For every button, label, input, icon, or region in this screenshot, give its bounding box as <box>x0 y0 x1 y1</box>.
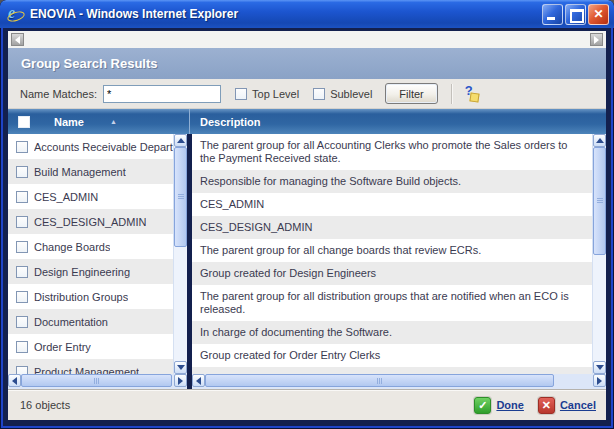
dialog-content: Group Search Results Name Matches: Top L… <box>8 31 606 420</box>
done-link[interactable]: Done <box>496 399 524 411</box>
row-checkbox[interactable] <box>16 291 28 303</box>
group-description[interactable]: Group created for Product Managers <box>192 367 592 374</box>
group-name: Product Management <box>34 366 139 375</box>
row-checkbox[interactable] <box>16 366 28 375</box>
object-count: 16 objects <box>20 399 460 411</box>
sublevel-checkbox[interactable] <box>313 88 325 100</box>
scrollbar-track[interactable] <box>21 374 174 387</box>
scrollbar-track[interactable] <box>205 374 593 387</box>
description-list: The parent group for all Accounting Cler… <box>192 134 592 374</box>
group-description[interactable]: Group created for Order Entry Clerks <box>192 344 592 367</box>
row-checkbox[interactable] <box>16 166 28 178</box>
name-column-label: Name <box>54 116 84 128</box>
row-checkbox[interactable] <box>16 316 28 328</box>
name-list-vertical-scrollbar[interactable] <box>173 134 187 374</box>
row-checkbox[interactable] <box>16 191 28 203</box>
top-level-option[interactable]: Top Level <box>235 88 299 100</box>
group-name: CES_ADMIN <box>34 191 98 203</box>
group-name: Documentation <box>34 316 108 328</box>
description-vertical-scrollbar[interactable] <box>592 134 606 374</box>
group-description[interactable]: Group created for Design Engineers <box>192 262 592 285</box>
scrollbar-track[interactable] <box>593 147 606 361</box>
maximize-button[interactable] <box>565 4 586 25</box>
group-description[interactable]: CES_DESIGN_ADMIN <box>192 216 592 239</box>
name-horizontal-scrollbar[interactable] <box>8 374 187 389</box>
status-bar: 16 objects ✓ Done ✕ Cancel <box>8 389 606 420</box>
minimize-button[interactable] <box>542 4 563 25</box>
row-checkbox[interactable] <box>16 341 28 353</box>
top-level-label: Top Level <box>252 88 299 100</box>
scroll-left-icon[interactable] <box>192 374 205 387</box>
scroll-right-icon[interactable] <box>174 374 187 387</box>
table-row[interactable]: Change Boards <box>8 234 173 259</box>
name-matches-input[interactable] <box>103 85 221 103</box>
title-bar[interactable]: e ENOVIA - Windows Internet Explorer <box>0 0 614 28</box>
close-button[interactable] <box>588 4 609 25</box>
horizontal-scroll-row <box>8 374 606 389</box>
table-row[interactable]: Documentation <box>8 309 173 334</box>
scrollbar-thumb[interactable] <box>205 374 554 387</box>
group-name: Order Entry <box>34 341 91 353</box>
done-action[interactable]: ✓ Done <box>474 397 524 414</box>
top-level-checkbox[interactable] <box>235 88 247 100</box>
name-list: Accounts Receivable DepartBuild Manageme… <box>8 134 173 374</box>
filter-button[interactable]: Filter <box>385 83 437 104</box>
row-checkbox[interactable] <box>16 266 28 278</box>
scroll-left-icon[interactable] <box>11 33 24 46</box>
top-scroll-strip[interactable] <box>8 31 606 48</box>
table-row[interactable]: CES_DESIGN_ADMIN <box>8 209 173 234</box>
page-header: Group Search Results <box>8 48 606 79</box>
group-description[interactable]: In charge of documenting the Software. <box>192 321 592 344</box>
scroll-down-icon[interactable] <box>593 361 606 374</box>
table-row[interactable]: Product Management <box>8 359 173 374</box>
scrollbar-track[interactable] <box>174 147 187 361</box>
group-description[interactable]: CES_ADMIN <box>192 193 592 216</box>
row-checkbox[interactable] <box>16 216 28 228</box>
filter-bar: Name Matches: Top Level Sublevel Filter … <box>8 79 606 109</box>
scroll-right-icon[interactable] <box>593 374 606 387</box>
group-description[interactable]: Responsible for managing the Software Bu… <box>192 170 592 193</box>
group-description[interactable]: The parent group for all distribution gr… <box>192 285 592 321</box>
group-name: Change Boards <box>34 241 110 253</box>
group-name: Accounts Receivable Depart <box>34 141 173 153</box>
scroll-left-icon[interactable] <box>8 374 21 387</box>
description-horizontal-scrollbar[interactable] <box>192 374 606 389</box>
description-column-header[interactable]: Description <box>192 109 606 134</box>
scroll-up-icon[interactable] <box>174 134 187 147</box>
table-row[interactable]: Accounts Receivable Depart <box>8 134 173 159</box>
name-column-header[interactable]: Name ▲ <box>8 109 187 134</box>
group-description[interactable]: The parent group for all change boards t… <box>192 239 592 262</box>
table-row[interactable]: Order Entry <box>8 334 173 359</box>
done-check-icon[interactable]: ✓ <box>474 397 491 414</box>
cancel-link[interactable]: Cancel <box>560 399 596 411</box>
select-all-checkbox[interactable] <box>18 116 30 128</box>
group-name: Distribution Groups <box>34 291 128 303</box>
row-checkbox[interactable] <box>16 141 28 153</box>
scrollbar-thumb[interactable] <box>21 374 172 387</box>
page-title: Group Search Results <box>21 56 158 71</box>
scroll-down-icon[interactable] <box>174 361 187 374</box>
scroll-right-icon[interactable] <box>590 33 603 46</box>
sort-ascending-icon[interactable]: ▲ <box>110 118 117 125</box>
browser-popup-window: e ENOVIA - Windows Internet Explorer Gro… <box>0 0 614 429</box>
cancel-x-icon[interactable]: ✕ <box>538 397 555 414</box>
help-icon[interactable]: ? <box>462 85 479 102</box>
scrollbar-thumb[interactable] <box>593 147 606 255</box>
results-body: Accounts Receivable DepartBuild Manageme… <box>8 134 606 374</box>
window-inner-frame: Group Search Results Name Matches: Top L… <box>3 28 611 426</box>
table-row[interactable]: Build Management <box>8 159 173 184</box>
cancel-action[interactable]: ✕ Cancel <box>538 397 596 414</box>
group-name: Design Engineering <box>34 266 130 278</box>
table-row[interactable]: Distribution Groups <box>8 284 173 309</box>
name-matches-label: Name Matches: <box>20 88 97 100</box>
row-checkbox[interactable] <box>16 241 28 253</box>
group-name: CES_DESIGN_ADMIN <box>34 216 146 228</box>
sublevel-option[interactable]: Sublevel <box>313 88 372 100</box>
scrollbar-thumb[interactable] <box>174 147 187 247</box>
table-row[interactable]: Design Engineering <box>8 259 173 284</box>
window-title: ENOVIA - Windows Internet Explorer <box>30 7 540 21</box>
table-row[interactable]: CES_ADMIN <box>8 184 173 209</box>
group-description[interactable]: The parent group for all Accounting Cler… <box>192 134 592 170</box>
table-header: Name ▲ Description <box>8 109 606 134</box>
scroll-up-icon[interactable] <box>593 134 606 147</box>
